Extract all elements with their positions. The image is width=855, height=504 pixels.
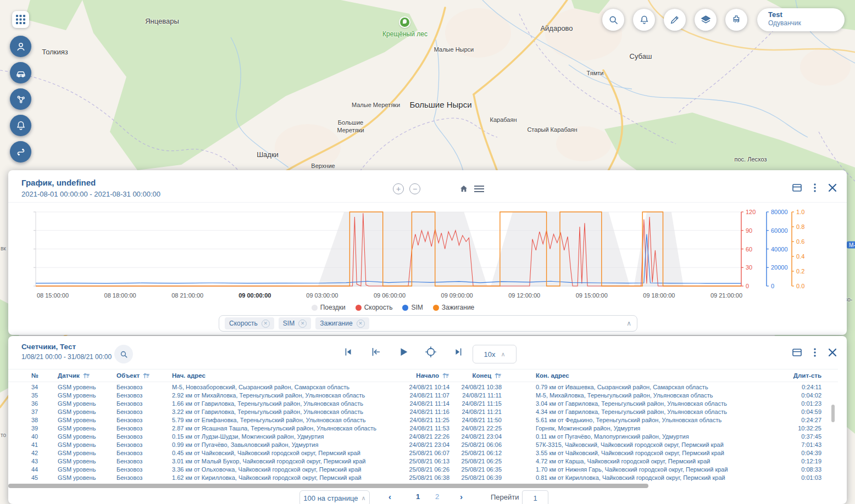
target-icon[interactable] [425,346,437,358]
chart-plot[interactable]: 12090603008000060000400002000001.00.80.6… [8,208,847,293]
table-row[interactable]: 43GSM уровеньБензовоз3.01 км от Малый Бу… [8,457,821,466]
filter-chip[interactable]: Зажигание✕ [315,317,369,329]
play-icon[interactable] [397,346,409,358]
table-row[interactable]: 45GSM уровеньБензовоз1.62 км от Кириллов… [8,474,821,482]
sort-icon[interactable] [82,372,90,379]
filter-chip[interactable]: SIM✕ [279,317,311,329]
table-row[interactable]: 35GSM уровеньБензовоз2.92 км от Михайлов… [8,391,821,400]
chart-x-axis: 08 15:00:0008 18:00:0008 21:00:0009 00:0… [8,292,847,301]
sort-icon[interactable] [442,372,449,379]
table-cell: GSM уровень [51,474,110,482]
table-cell: 24/08/21 11:21 [449,408,502,416]
chevron-up-icon[interactable]: ∧ [626,320,631,327]
more-vertical-icon[interactable] [814,348,816,357]
sidebar-geofences-button[interactable] [10,88,31,110]
x-tick-label: 08 21:00:00 [171,292,203,299]
table-cell: 24/08/21 10:38 [449,383,502,391]
goto-page-input[interactable] [522,490,548,504]
window-icon[interactable] [792,349,802,356]
table-row[interactable]: 41GSM уровеньБензовоз0.99 км от Пугачёво… [8,441,821,449]
column-header[interactable]: Конец [449,372,502,379]
chart-filter-bar[interactable]: Скорость✕SIM✕Зажигание✕∧ [219,315,637,332]
close-icon[interactable] [828,183,837,192]
legend-item[interactable]: Скорость [356,304,393,311]
zoom-out-icon[interactable]: − [409,183,420,194]
table-search-button[interactable] [114,345,133,363]
apps-grid-icon [16,15,25,24]
table-cell: 0:37:45 [767,433,821,441]
step-back-icon[interactable] [370,346,382,358]
skip-end-icon[interactable] [452,346,464,358]
table-cell: 0:24:11 [767,383,821,391]
sort-icon[interactable] [494,372,502,379]
column-header-label: № [31,372,38,379]
remove-filter-icon[interactable]: ✕ [298,320,307,328]
x-tick-label: 09 18:00:00 [643,292,675,299]
skip-start-icon[interactable] [342,346,354,358]
legend-item[interactable]: Поездки [312,304,346,311]
column-header[interactable]: Датчик [51,372,110,379]
legend-item[interactable]: Зажигание [433,304,474,311]
table-cell: 0:01:23 [767,400,821,408]
table-row[interactable]: 38GSM уровеньБензовоз5.79 км от Епифанов… [8,416,821,424]
sidebar-routes-cost-button[interactable] [10,141,31,163]
home-icon[interactable] [459,183,469,194]
table-cell: Бензовоз [110,466,172,474]
column-header[interactable]: Начало [406,372,449,379]
table-row[interactable]: 44GSM уровеньБензовоз3.36 км от Ольховоч… [8,466,821,474]
table-cell: 24/08/21 11:16 [406,408,449,416]
remove-filter-icon[interactable]: ✕ [262,320,270,328]
chart-date-range[interactable]: 2021-08-01 00:00:00 - 2021-08-31 00:00:0… [21,190,160,198]
prev-page-button[interactable]: ‹ [388,492,391,501]
table-cell: 0:04:39 [767,449,821,457]
sort-icon[interactable] [142,372,150,379]
app-root: ЯнцеварыТолкиязМалые НырсиАйдаровоСубашТ… [0,0,855,504]
map-edit-button[interactable] [664,9,686,31]
window-icon[interactable] [792,184,802,192]
apps-grid-button[interactable] [12,11,29,28]
next-page-button[interactable]: › [460,492,463,501]
page-number-1[interactable]: 1 [416,492,420,501]
legend-marker [312,305,318,311]
table-row[interactable]: 37GSM уровеньБензовоз3.22 км от Гаврилов… [8,408,821,416]
table-cell: 2.92 км от Михайловка, Тереньгульский ра… [172,391,406,400]
playback-speed-select[interactable]: 10x ∧ [473,345,517,363]
sidebar-vehicles-button[interactable] [10,62,31,83]
column-header[interactable]: Объект [110,372,172,379]
user-account-chip[interactable]: Test Одуванчик [757,8,845,31]
axis-tick-label: 0.4 [796,253,804,260]
table-cell: 0:04:59 [767,408,821,416]
filter-chip[interactable]: Скорость✕ [225,317,274,329]
counters-date-range[interactable]: 1/08/21 00:00 - 31/08/21 00:00 [21,353,112,361]
table-row[interactable]: 36GSM уровеньБензовоз1.66 км от Гаврилов… [8,400,821,408]
table-cell: 24/08/21 23:04 [406,441,449,449]
page-size-select[interactable]: 100 на странице ∧ [299,490,370,504]
remove-filter-icon[interactable]: ✕ [357,320,365,328]
map-search-button[interactable] [602,9,624,31]
table-cell: Бензовоз [110,433,172,441]
legend-item[interactable]: SIM [402,304,423,311]
table-cell: 24/08/21 11:14 [406,400,449,408]
map-clear-button[interactable] [725,9,747,31]
axis-tick-label: 120 [746,209,756,215]
more-vertical-icon[interactable] [814,183,816,192]
map-layers-button[interactable] [695,9,717,31]
table-row[interactable]: 34GSM уровеньБензовозМ-5, Новозаборовски… [8,383,821,391]
vertical-scrollbar[interactable] [831,405,835,422]
menu-icon[interactable] [474,183,484,194]
table-cell: Горняк, Можгинский район, Удмуртия [502,424,767,433]
chart-toolbar: + − [393,183,484,194]
horizontal-scrollbar[interactable] [8,484,648,488]
sidebar-users-button[interactable] [10,36,31,57]
map-notifications-button[interactable] [633,9,655,31]
zoom-in-icon[interactable]: + [393,183,404,194]
table-row[interactable]: 42GSM уровеньБензовоз0.45 км от Чайковск… [8,449,821,457]
table-cell: 0:08:33 [767,466,821,474]
table-cell: GSM уровень [51,391,110,400]
page-number-2[interactable]: 2 [435,492,439,501]
counters-title: Счетчики, Тест [21,343,76,351]
sidebar-notifications-button[interactable] [10,115,31,136]
table-row[interactable]: 39GSM уровеньБензовоз2.87 км от Ясашная … [8,424,821,433]
table-row[interactable]: 40GSM уровеньБензовоз0.15 км от Лудзи-Шу… [8,433,821,441]
close-icon[interactable] [828,348,837,357]
